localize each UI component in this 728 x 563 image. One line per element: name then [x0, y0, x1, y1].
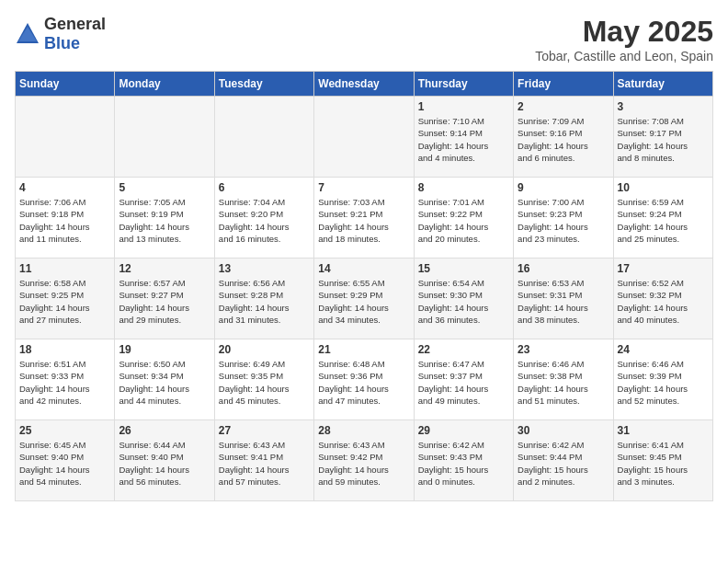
day-cell: 20Sunrise: 6:49 AM Sunset: 9:35 PM Dayli…	[214, 339, 313, 420]
logo-blue: Blue	[44, 34, 80, 52]
day-info: Sunrise: 6:42 AM Sunset: 9:44 PM Dayligh…	[518, 439, 609, 488]
day-cell: 19Sunrise: 6:50 AM Sunset: 9:34 PM Dayli…	[115, 339, 214, 420]
day-cell: 30Sunrise: 6:42 AM Sunset: 9:44 PM Dayli…	[514, 420, 613, 501]
day-number: 25	[19, 424, 110, 437]
logo-icon	[15, 21, 40, 47]
day-header-monday: Monday	[115, 72, 214, 97]
day-cell	[214, 97, 313, 178]
day-header-thursday: Thursday	[414, 72, 513, 97]
day-number: 23	[518, 343, 609, 356]
day-cell: 11Sunrise: 6:58 AM Sunset: 9:25 PM Dayli…	[16, 259, 115, 339]
day-cell: 7Sunrise: 7:03 AM Sunset: 9:21 PM Daylig…	[314, 178, 414, 259]
day-info: Sunrise: 6:58 AM Sunset: 9:25 PM Dayligh…	[19, 277, 110, 326]
day-number: 28	[318, 424, 409, 437]
day-cell: 21Sunrise: 6:48 AM Sunset: 9:36 PM Dayli…	[314, 339, 414, 420]
subtitle: Tobar, Castille and Leon, Spain	[535, 49, 713, 63]
day-number: 22	[418, 343, 509, 356]
day-number: 19	[119, 343, 210, 356]
day-number: 18	[19, 343, 110, 356]
day-info: Sunrise: 6:52 AM Sunset: 9:32 PM Dayligh…	[618, 277, 709, 326]
day-cell: 9Sunrise: 7:00 AM Sunset: 9:23 PM Daylig…	[514, 178, 613, 259]
day-number: 24	[618, 343, 709, 356]
week-row-3: 11Sunrise: 6:58 AM Sunset: 9:25 PM Dayli…	[16, 259, 713, 339]
day-number: 2	[518, 100, 609, 113]
day-info: Sunrise: 6:51 AM Sunset: 9:33 PM Dayligh…	[19, 358, 110, 407]
day-number: 21	[318, 343, 409, 356]
day-info: Sunrise: 6:55 AM Sunset: 9:29 PM Dayligh…	[318, 277, 409, 326]
logo-general: General	[44, 15, 106, 33]
day-cell: 28Sunrise: 6:43 AM Sunset: 9:42 PM Dayli…	[314, 420, 414, 501]
day-cell: 16Sunrise: 6:53 AM Sunset: 9:31 PM Dayli…	[514, 259, 613, 339]
day-cell: 18Sunrise: 6:51 AM Sunset: 9:33 PM Dayli…	[16, 339, 115, 420]
day-number: 26	[119, 424, 210, 437]
day-cell: 22Sunrise: 6:47 AM Sunset: 9:37 PM Dayli…	[414, 339, 513, 420]
day-cell: 6Sunrise: 7:04 AM Sunset: 9:20 PM Daylig…	[214, 178, 313, 259]
day-info: Sunrise: 7:10 AM Sunset: 9:14 PM Dayligh…	[418, 115, 509, 164]
day-info: Sunrise: 6:49 AM Sunset: 9:35 PM Dayligh…	[219, 358, 310, 407]
day-cell: 2Sunrise: 7:09 AM Sunset: 9:16 PM Daylig…	[514, 97, 613, 178]
day-number: 17	[618, 262, 709, 275]
day-cell: 24Sunrise: 6:46 AM Sunset: 9:39 PM Dayli…	[613, 339, 712, 420]
day-header-friday: Friday	[514, 72, 613, 97]
day-number: 5	[119, 181, 210, 194]
day-info: Sunrise: 6:42 AM Sunset: 9:43 PM Dayligh…	[418, 439, 509, 488]
day-number: 27	[219, 424, 310, 437]
day-info: Sunrise: 7:00 AM Sunset: 9:23 PM Dayligh…	[518, 196, 609, 245]
day-number: 12	[119, 262, 210, 275]
day-cell	[314, 97, 414, 178]
day-info: Sunrise: 6:53 AM Sunset: 9:31 PM Dayligh…	[518, 277, 609, 326]
day-cell: 8Sunrise: 7:01 AM Sunset: 9:22 PM Daylig…	[414, 178, 513, 259]
day-info: Sunrise: 7:05 AM Sunset: 9:19 PM Dayligh…	[119, 196, 210, 245]
day-cell: 25Sunrise: 6:45 AM Sunset: 9:40 PM Dayli…	[16, 420, 115, 501]
day-cell: 5Sunrise: 7:05 AM Sunset: 9:19 PM Daylig…	[115, 178, 214, 259]
day-info: Sunrise: 7:03 AM Sunset: 9:21 PM Dayligh…	[318, 196, 409, 245]
day-cell: 4Sunrise: 7:06 AM Sunset: 9:18 PM Daylig…	[16, 178, 115, 259]
day-number: 16	[518, 262, 609, 275]
title-area: May 2025 Tobar, Castille and Leon, Spain	[535, 15, 713, 63]
header-row: SundayMondayTuesdayWednesdayThursdayFrid…	[16, 72, 713, 97]
week-row-5: 25Sunrise: 6:45 AM Sunset: 9:40 PM Dayli…	[16, 420, 713, 501]
day-cell: 15Sunrise: 6:54 AM Sunset: 9:30 PM Dayli…	[414, 259, 513, 339]
day-info: Sunrise: 6:44 AM Sunset: 9:40 PM Dayligh…	[119, 439, 210, 488]
logo: General Blue	[15, 15, 106, 53]
day-info: Sunrise: 6:48 AM Sunset: 9:36 PM Dayligh…	[318, 358, 409, 407]
day-number: 14	[318, 262, 409, 275]
week-row-4: 18Sunrise: 6:51 AM Sunset: 9:33 PM Dayli…	[16, 339, 713, 420]
day-number: 29	[418, 424, 509, 437]
day-cell: 10Sunrise: 6:59 AM Sunset: 9:24 PM Dayli…	[613, 178, 712, 259]
day-number: 10	[618, 181, 709, 194]
day-cell: 23Sunrise: 6:46 AM Sunset: 9:38 PM Dayli…	[514, 339, 613, 420]
day-header-tuesday: Tuesday	[214, 72, 313, 97]
day-cell	[115, 97, 214, 178]
day-info: Sunrise: 6:43 AM Sunset: 9:41 PM Dayligh…	[219, 439, 310, 488]
day-info: Sunrise: 6:45 AM Sunset: 9:40 PM Dayligh…	[19, 439, 110, 488]
day-info: Sunrise: 6:57 AM Sunset: 9:27 PM Dayligh…	[119, 277, 210, 326]
main-title: May 2025	[535, 15, 713, 49]
day-info: Sunrise: 6:50 AM Sunset: 9:34 PM Dayligh…	[119, 358, 210, 407]
day-number: 9	[518, 181, 609, 194]
day-info: Sunrise: 6:43 AM Sunset: 9:42 PM Dayligh…	[318, 439, 409, 488]
day-number: 20	[219, 343, 310, 356]
day-info: Sunrise: 6:56 AM Sunset: 9:28 PM Dayligh…	[219, 277, 310, 326]
day-header-sunday: Sunday	[16, 72, 115, 97]
calendar-table: SundayMondayTuesdayWednesdayThursdayFrid…	[15, 71, 713, 501]
day-number: 7	[318, 181, 409, 194]
day-number: 6	[219, 181, 310, 194]
day-number: 30	[518, 424, 609, 437]
svg-marker-1	[18, 27, 37, 41]
day-info: Sunrise: 6:41 AM Sunset: 9:45 PM Dayligh…	[618, 439, 709, 488]
day-number: 1	[418, 100, 509, 113]
day-info: Sunrise: 6:46 AM Sunset: 9:38 PM Dayligh…	[518, 358, 609, 407]
day-cell: 26Sunrise: 6:44 AM Sunset: 9:40 PM Dayli…	[115, 420, 214, 501]
day-number: 8	[418, 181, 509, 194]
week-row-1: 1Sunrise: 7:10 AM Sunset: 9:14 PM Daylig…	[16, 97, 713, 178]
day-info: Sunrise: 7:04 AM Sunset: 9:20 PM Dayligh…	[219, 196, 310, 245]
day-number: 31	[618, 424, 709, 437]
day-cell: 31Sunrise: 6:41 AM Sunset: 9:45 PM Dayli…	[613, 420, 712, 501]
day-number: 4	[19, 181, 110, 194]
day-info: Sunrise: 7:06 AM Sunset: 9:18 PM Dayligh…	[19, 196, 110, 245]
day-info: Sunrise: 6:59 AM Sunset: 9:24 PM Dayligh…	[618, 196, 709, 245]
day-cell: 27Sunrise: 6:43 AM Sunset: 9:41 PM Dayli…	[214, 420, 313, 501]
day-header-saturday: Saturday	[613, 72, 712, 97]
day-cell: 14Sunrise: 6:55 AM Sunset: 9:29 PM Dayli…	[314, 259, 414, 339]
